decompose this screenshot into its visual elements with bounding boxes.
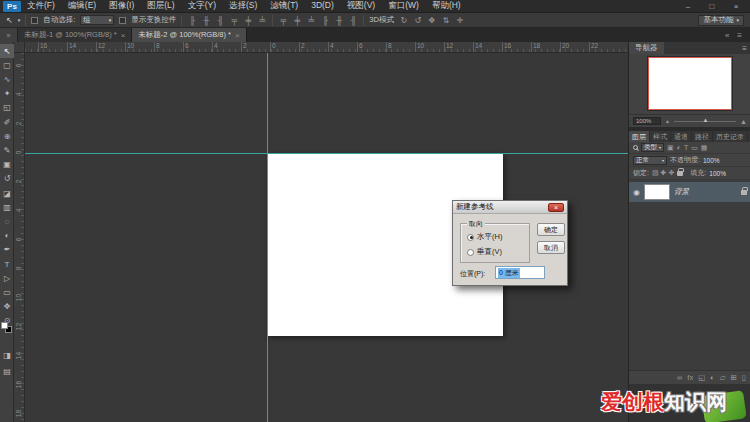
tool-preset-arrow-icon[interactable]: ▾ xyxy=(18,17,21,23)
visibility-eye-icon[interactable]: ◉ xyxy=(633,188,640,197)
history-brush-tool[interactable]: ↺ xyxy=(0,172,14,186)
move-tool[interactable]: ↖ xyxy=(0,44,14,58)
3d-roll-icon[interactable]: ↺ xyxy=(413,16,423,25)
menu-item[interactable]: 视图(V) xyxy=(347,0,375,12)
document-tab-1[interactable]: 未标题-1 @ 100%(RGB/8) * × xyxy=(18,28,132,42)
blur-tool[interactable]: ◌ xyxy=(0,214,14,228)
hand-tool[interactable]: ✥ xyxy=(0,300,14,314)
vertical-guide[interactable] xyxy=(267,53,268,422)
auto-select-checkbox[interactable] xyxy=(31,17,38,24)
adjustment-layer-icon[interactable]: ◐ xyxy=(710,373,715,382)
panel-menu-icon[interactable]: ≡ xyxy=(738,42,750,54)
navigator-proxy-view[interactable] xyxy=(648,57,732,110)
dock-menu-icon[interactable]: ≡ xyxy=(737,31,742,40)
menu-item[interactable]: 窗口(W) xyxy=(388,0,419,12)
menu-item[interactable]: 图像(I) xyxy=(109,0,134,12)
window-restore-button[interactable]: □ xyxy=(706,2,718,11)
navigator-zoom-slider[interactable]: ▲ xyxy=(674,121,736,122)
foreground-color-swatch[interactable] xyxy=(1,322,8,329)
workspace-switcher[interactable]: 基本功能 ▾ xyxy=(698,15,744,26)
brush-tool[interactable]: ✎ xyxy=(0,143,14,157)
filter-adjustment-layers-icon[interactable]: ◐ xyxy=(677,144,681,151)
layer-group-icon[interactable]: ▱ xyxy=(720,373,726,382)
document-tab-2[interactable]: 未标题-2 @ 100%(RGB/8) * × xyxy=(132,28,246,42)
lock-all-icon[interactable] xyxy=(677,171,683,176)
lock-transparency-icon[interactable]: ▨ xyxy=(652,169,659,177)
opacity-value[interactable]: 100% xyxy=(703,157,720,164)
menu-item[interactable]: 图层(L) xyxy=(147,0,174,12)
align-left-edges-icon[interactable]: ╟ xyxy=(187,16,197,25)
eyedropper-tool[interactable]: ✐ xyxy=(0,115,14,129)
align-horizontal-centers-icon[interactable]: ╫ xyxy=(201,16,211,25)
vertical-radio[interactable] xyxy=(467,249,474,256)
show-transform-checkbox[interactable] xyxy=(119,17,126,24)
dialog-title-bar[interactable]: 新建参考线 × xyxy=(453,201,567,214)
3d-scale-icon[interactable]: ✛ xyxy=(455,16,465,25)
fill-value[interactable]: 100% xyxy=(709,170,726,177)
dialog-close-button[interactable]: × xyxy=(548,203,564,212)
dodge-tool[interactable]: ◐ xyxy=(0,229,14,243)
distribute-left-edges-icon[interactable]: ╟ xyxy=(320,16,330,25)
menu-item[interactable]: 选择(S) xyxy=(229,0,257,12)
lasso-tool[interactable]: ∿ xyxy=(0,72,14,86)
horizontal-radio-row[interactable]: 水平(H) xyxy=(467,232,502,242)
filter-pixel-layers-icon[interactable]: ▣ xyxy=(667,144,674,152)
distribute-right-edges-icon[interactable]: ╢ xyxy=(348,16,358,25)
filter-shape-layers-icon[interactable]: ▭ xyxy=(691,144,698,152)
background-lock-icon[interactable] xyxy=(741,190,747,195)
clone-stamp-tool[interactable]: ▣ xyxy=(0,158,14,172)
screen-mode-button[interactable]: ▤ xyxy=(0,364,14,378)
layer-mask-icon[interactable]: ◱ xyxy=(698,373,705,382)
align-right-edges-icon[interactable]: ╢ xyxy=(215,16,225,25)
quick-mask-button[interactable]: ◨ xyxy=(0,348,14,362)
path-selection-tool[interactable]: ▷ xyxy=(0,271,14,285)
distribute-bottom-edges-icon[interactable]: ╧ xyxy=(306,16,316,25)
gradient-tool[interactable]: ▥ xyxy=(0,200,14,214)
rectangle-shape-tool[interactable]: ▭ xyxy=(0,285,14,299)
lock-pixels-icon[interactable]: ✚ xyxy=(661,169,667,177)
menu-item[interactable]: 文字(Y) xyxy=(188,0,216,12)
3d-slide-icon[interactable]: ⇅ xyxy=(441,16,451,25)
panel-tab[interactable]: 图层 xyxy=(629,131,650,142)
quick-selection-tool[interactable]: ✦ xyxy=(0,87,14,101)
panel-tab[interactable]: 历史记录 xyxy=(713,131,748,142)
rectangular-marquee-tool[interactable]: ▢ xyxy=(0,58,14,72)
window-close-button[interactable]: × xyxy=(730,2,742,11)
menu-item[interactable]: 帮助(H) xyxy=(432,0,461,12)
pen-tool[interactable]: ✒ xyxy=(0,243,14,257)
collapse-dock-icon[interactable]: « xyxy=(725,31,729,40)
spot-healing-brush-tool[interactable]: ⊕ xyxy=(0,129,14,143)
zoom-out-icon[interactable]: ▲ xyxy=(665,118,670,124)
window-minimize-button[interactable]: – xyxy=(682,2,694,11)
slider-thumb[interactable]: ▲ xyxy=(703,117,709,123)
auto-select-dropdown[interactable]: 组 ▾ xyxy=(80,15,114,25)
filter-type-layers-icon[interactable]: T xyxy=(684,144,688,151)
menu-item[interactable]: 3D(D) xyxy=(311,0,334,12)
layer-style-icon[interactable]: fx xyxy=(687,373,693,382)
horizontal-ruler[interactable]: 1614121086420246810121416182022 xyxy=(25,42,628,53)
vertical-ruler[interactable]: 642024681012141618 xyxy=(14,53,25,422)
tab-navigator[interactable]: 导航器 xyxy=(629,42,664,54)
panel-tab[interactable]: 样式 xyxy=(650,131,671,142)
distribute-vertical-centers-icon[interactable]: ╪ xyxy=(292,16,302,25)
3d-pan-icon[interactable]: ✥ xyxy=(427,16,437,25)
blend-mode-dropdown[interactable]: 正常 ▾ xyxy=(633,156,667,165)
delete-layer-icon[interactable]: ▯ xyxy=(742,373,746,382)
layer-row-background[interactable]: ◉ 背景 xyxy=(629,182,750,202)
layer-thumbnail[interactable] xyxy=(644,184,670,200)
menu-item[interactable]: 滤镜(T) xyxy=(270,0,298,12)
navigator-zoom-field[interactable]: 100% xyxy=(633,117,661,125)
lock-position-icon[interactable]: ✥ xyxy=(668,169,674,177)
ruler-origin-corner[interactable] xyxy=(14,42,25,53)
align-top-edges-icon[interactable]: ╤ xyxy=(229,16,239,25)
type-tool[interactable]: T xyxy=(0,257,14,271)
panel-tab[interactable]: 通道 xyxy=(671,131,692,142)
close-icon[interactable]: × xyxy=(121,31,126,40)
distribute-top-edges-icon[interactable]: ╤ xyxy=(278,16,288,25)
menu-item[interactable]: 编辑(E) xyxy=(68,0,96,12)
horizontal-radio[interactable] xyxy=(467,234,474,241)
align-bottom-edges-icon[interactable]: ╧ xyxy=(257,16,267,25)
menu-item[interactable]: 文件(F) xyxy=(27,0,55,12)
distribute-horizontal-centers-icon[interactable]: ╫ xyxy=(334,16,344,25)
panel-tab[interactable]: 路径 xyxy=(692,131,713,142)
